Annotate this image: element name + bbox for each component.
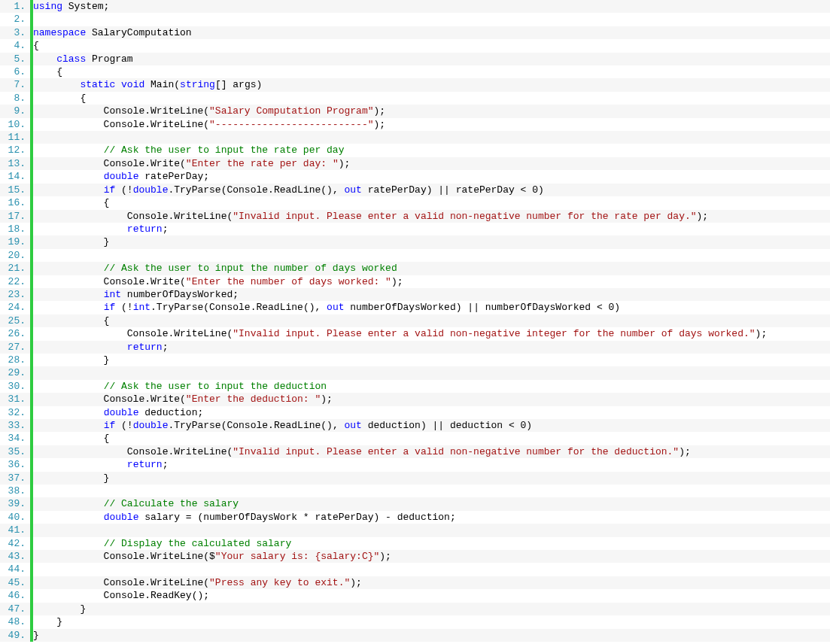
code-line[interactable]: 11. [0, 131, 830, 144]
code-token [33, 381, 104, 392]
code-line[interactable]: 48. } [0, 615, 830, 628]
code-line[interactable]: 42. // Display the calculated salary [0, 537, 830, 550]
code-line[interactable]: 7. static void Main(string[] args) [0, 78, 830, 91]
code-line[interactable]: 9. Console.WriteLine("Salary Computation… [0, 105, 830, 117]
code-line[interactable]: 35. Console.WriteLine("Invalid input. Pl… [0, 445, 830, 458]
code-line[interactable]: 10. Console.WriteLine("-----------------… [0, 118, 830, 131]
code-line[interactable]: 24. if (!int.TryParse(Console.ReadLine()… [0, 301, 830, 314]
code-line[interactable]: 2. [0, 13, 830, 26]
code-content[interactable]: double salary = (numberOfDaysWork * rate… [33, 511, 456, 524]
code-content[interactable]: Console.WriteLine("Press any key to exit… [33, 576, 362, 589]
line-number: 4. [0, 39, 30, 52]
code-line[interactable]: 37. } [0, 472, 830, 485]
code-token: { [33, 433, 109, 444]
code-editor[interactable]: 1.using System;2.3.namespace SalaryCompu… [0, 0, 830, 642]
line-number: 34. [0, 432, 30, 445]
code-line[interactable]: 23. int numberOfDaysWorked; [0, 288, 830, 301]
code-line[interactable]: 46. Console.ReadKey(); [0, 589, 830, 602]
code-content[interactable]: double ratePerDay; [33, 170, 209, 183]
code-content[interactable]: { [33, 432, 109, 445]
code-line[interactable]: 16. { [0, 196, 830, 209]
code-token: [] args) [215, 79, 262, 90]
code-line[interactable]: 5. class Program [0, 53, 830, 65]
code-content[interactable]: Console.Write("Enter the rate per day: "… [33, 157, 350, 170]
code-content[interactable]: } [33, 235, 109, 248]
code-line[interactable]: 32. double deduction; [0, 406, 830, 419]
code-line[interactable]: 36. return; [0, 458, 830, 471]
code-content[interactable]: if (!double.TryParse(Console.ReadLine(),… [33, 184, 544, 196]
code-line[interactable]: 30. // Ask the user to input the deducti… [0, 380, 830, 393]
code-content[interactable]: } [33, 615, 62, 628]
code-content[interactable]: } [33, 472, 109, 485]
code-line[interactable]: 19. } [0, 235, 830, 248]
code-content[interactable]: Console.Write("Enter the number of days … [33, 275, 403, 288]
code-content[interactable]: } [33, 603, 86, 615]
code-content[interactable]: { [33, 314, 109, 327]
code-content[interactable]: Console.WriteLine("Salary Computation Pr… [33, 105, 385, 117]
code-line[interactable]: 47. } [0, 603, 830, 615]
code-content[interactable]: Console.WriteLine("Invalid input. Please… [33, 327, 767, 340]
code-line[interactable]: 15. if (!double.TryParse(Console.ReadLin… [0, 184, 830, 196]
code-line[interactable]: 4.{ [0, 39, 830, 52]
code-content[interactable]: namespace SalaryComputation [33, 26, 192, 39]
code-line[interactable]: 29. [0, 366, 830, 379]
code-content[interactable]: // Display the calculated salary [33, 537, 291, 550]
code-line[interactable]: 6. { [0, 65, 830, 78]
code-content[interactable]: // Calculate the salary [33, 497, 239, 510]
code-line[interactable]: 18. return; [0, 223, 830, 235]
code-line[interactable]: 21. // Ask the user to input the number … [0, 262, 830, 275]
code-line[interactable]: 26. Console.WriteLine("Invalid input. Pl… [0, 327, 830, 340]
code-line[interactable]: 44. [0, 563, 830, 576]
code-line[interactable]: 34. { [0, 432, 830, 445]
code-content[interactable]: Console.Write("Enter the deduction: "); [33, 393, 333, 406]
code-content[interactable]: class Program [33, 53, 133, 65]
code-content[interactable]: { [33, 39, 39, 52]
code-line[interactable]: 31. Console.Write("Enter the deduction: … [0, 393, 830, 406]
code-content[interactable]: double deduction; [33, 406, 203, 419]
code-content[interactable]: } [33, 354, 109, 366]
code-line[interactable]: 14. double ratePerDay; [0, 170, 830, 183]
code-line[interactable]: 40. double salary = (numberOfDaysWork * … [0, 511, 830, 524]
code-content[interactable]: // Ask the user to input the number of d… [33, 262, 397, 275]
code-line[interactable]: 13. Console.Write("Enter the rate per da… [0, 157, 830, 170]
code-line[interactable]: 17. Console.WriteLine("Invalid input. Pl… [0, 210, 830, 223]
code-line[interactable]: 39. // Calculate the salary [0, 497, 830, 510]
code-content[interactable]: if (!int.TryParse(Console.ReadLine(), ou… [33, 301, 620, 314]
code-token: ); [379, 551, 391, 562]
code-content[interactable]: Console.WriteLine("Invalid input. Please… [33, 445, 691, 458]
code-content[interactable]: if (!double.TryParse(Console.ReadLine(),… [33, 419, 532, 432]
code-line[interactable]: 45. Console.WriteLine("Press any key to … [0, 576, 830, 589]
code-content[interactable]: int numberOfDaysWorked; [33, 288, 239, 301]
code-line[interactable]: 28. } [0, 354, 830, 366]
code-line[interactable]: 33. if (!double.TryParse(Console.ReadLin… [0, 419, 830, 432]
code-line[interactable]: 3.namespace SalaryComputation [0, 26, 830, 39]
code-content[interactable]: } [33, 629, 39, 642]
code-line[interactable]: 1.using System; [0, 0, 830, 13]
code-content[interactable]: return; [33, 341, 168, 354]
code-line[interactable]: 38. [0, 485, 830, 497]
code-line[interactable]: 49.} [0, 629, 830, 642]
code-line[interactable]: 22. Console.Write("Enter the number of d… [0, 275, 830, 288]
code-content[interactable]: Console.WriteLine("Invalid input. Please… [33, 210, 708, 223]
code-content[interactable]: Console.WriteLine("---------------------… [33, 118, 385, 131]
code-content[interactable]: Console.ReadKey(); [33, 589, 209, 602]
code-content[interactable]: Console.WriteLine($"Your salary is: {sal… [33, 550, 391, 563]
code-content[interactable]: { [33, 65, 62, 78]
code-line[interactable]: 20. [0, 249, 830, 262]
code-line[interactable]: 8. { [0, 92, 830, 105]
code-line[interactable]: 41. [0, 524, 830, 536]
line-number: 7. [0, 78, 30, 91]
code-line[interactable]: 12. // Ask the user to input the rate pe… [0, 144, 830, 156]
code-token [33, 171, 104, 182]
code-content[interactable]: { [33, 196, 109, 209]
code-content[interactable]: static void Main(string[] args) [33, 78, 262, 91]
code-line[interactable]: 27. return; [0, 341, 830, 354]
code-line[interactable]: 43. Console.WriteLine($"Your salary is: … [0, 550, 830, 563]
code-content[interactable]: // Ask the user to input the deduction [33, 380, 327, 393]
code-content[interactable]: return; [33, 223, 168, 235]
code-line[interactable]: 25. { [0, 314, 830, 327]
code-content[interactable]: // Ask the user to input the rate per da… [33, 144, 344, 156]
code-content[interactable]: { [33, 92, 86, 105]
code-content[interactable]: using System; [33, 0, 109, 13]
code-content[interactable]: return; [33, 458, 168, 471]
